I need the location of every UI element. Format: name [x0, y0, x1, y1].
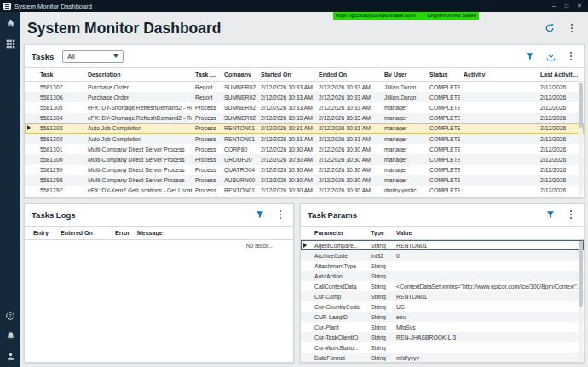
cell-parameter: AttachmentType — [311, 263, 367, 269]
cell-task: 5581301 — [37, 146, 84, 152]
tasks-grid-header: Task Description Task Type Company Start… — [25, 67, 584, 82]
cell-last_activity: 2/12/2026 — [537, 115, 584, 121]
cell-task_type: Process — [192, 187, 221, 193]
column-message[interactable]: Message — [134, 230, 293, 236]
cell-type: Int32 — [367, 253, 393, 259]
cell-task: 5581302 — [37, 136, 84, 142]
column-started-on[interactable]: Started On — [257, 72, 315, 77]
cell-company: QUATRO04 — [221, 167, 257, 173]
download-icon[interactable] — [545, 50, 556, 62]
filter-icon[interactable] — [524, 50, 536, 62]
filter-icon[interactable] — [545, 209, 556, 221]
notifications-bell-icon[interactable] — [5, 330, 16, 341]
column-entry[interactable]: Entry — [30, 230, 57, 236]
column-ended-on[interactable]: Ended On — [315, 72, 381, 77]
maximize-button[interactable]: □ — [562, 0, 572, 12]
column-task-type[interactable]: Task Type — [192, 72, 221, 77]
tasks-panel-toolbar — [524, 50, 577, 62]
table-row[interactable]: Cur-CompStringRENTON01 — [301, 291, 584, 301]
cell-task_type: Report — [192, 95, 221, 100]
cell-by_user: manager — [381, 115, 426, 121]
table-row[interactable]: AutoActionString — [301, 271, 584, 281]
home-icon[interactable] — [5, 18, 16, 29]
table-row[interactable]: Cur-WorkStatio...String — [301, 342, 584, 353]
cell-ended_on: 2/12/2026 10:31 AM — [315, 125, 381, 131]
cell-description: eFX: DY-Shortage.RefreshDemand2 - Refres… — [84, 115, 192, 121]
cell-company: AUBURN00 — [221, 177, 257, 183]
cell-task_type: Process — [192, 177, 221, 183]
cell-ended_on: 2/12/2026 10:30 AM — [315, 177, 381, 183]
table-row[interactable]: CUR-LangIDStringenu — [301, 312, 584, 322]
column-task[interactable]: Task — [37, 72, 84, 77]
table-row[interactable]: Cur-PlantStringMfgSys — [301, 322, 584, 332]
panel-menu-icon[interactable] — [565, 209, 577, 221]
cell-last_activity: 2/12/2026 — [537, 167, 584, 173]
table-row[interactable]: 5581301Multi-Company Direct Server Proce… — [25, 144, 584, 154]
cell-started_on: 2/12/2026 10:33 AM — [257, 105, 315, 111]
table-row[interactable]: 5581297eFX: DY-Xem2.GetLocations - Get L… — [25, 186, 584, 196]
cell-value: <ContextDataSet xmlns="http://www.epicor… — [393, 284, 584, 290]
table-row[interactable]: 5581305eFX: DY-Shortage.RefreshDemand2 -… — [25, 102, 584, 112]
column-type[interactable]: Type — [367, 230, 393, 236]
table-row[interactable]: Cur-TaskClientIDStringREN-JHASBROOK-L 3 — [301, 332, 584, 342]
tasks-vertical-scrollbar[interactable] — [579, 83, 583, 195]
table-row[interactable]: 5581303Auto Job CompletionProcessRENTON0… — [25, 123, 584, 134]
profile-icon[interactable] — [5, 351, 16, 362]
params-vertical-scrollbar[interactable] — [579, 241, 583, 360]
cell-type: String — [367, 335, 393, 341]
cell-description: eFX: DY-Shortage.RefreshDemand2 - Refres… — [84, 105, 192, 111]
panel-menu-icon[interactable] — [565, 50, 577, 62]
table-row[interactable]: 5581306Purchase OrderReportSUMNER022/12/… — [25, 92, 584, 102]
cell-task: 5581297 — [37, 187, 84, 193]
cell-description: Multi-Company Direct Server Process — [84, 157, 192, 163]
apps-grid-icon[interactable] — [5, 38, 16, 49]
table-row[interactable]: DateFormatStringm/d/yyyy — [301, 353, 584, 362]
panel-menu-icon[interactable] — [274, 209, 286, 221]
column-status[interactable]: Status — [426, 72, 460, 77]
table-row[interactable]: 5581299Multi-Company Direct Server Proce… — [25, 165, 584, 175]
table-row[interactable]: 5581302Auto Job CompletionProcessRENTON0… — [25, 134, 584, 144]
cell-value: MfgSys — [393, 324, 584, 330]
cell-parameter: CallContextData — [311, 284, 367, 290]
table-row[interactable]: ArchiveCodeInt320 — [301, 250, 584, 261]
column-parameter[interactable]: Parameter — [311, 230, 367, 236]
column-description[interactable]: Description — [84, 72, 192, 77]
cell-description: Multi-Company Direct Server Process — [84, 167, 192, 173]
cell-by_user: manager — [381, 136, 426, 142]
main-content: https://gccstapp09.epicorsaas.com/ Engli… — [20, 12, 588, 367]
cell-last_activity: 2/12/2026 — [537, 125, 584, 131]
cell-by_user: manager — [381, 177, 426, 183]
cell-last_activity: 2/12/2026 — [537, 105, 584, 111]
page-overflow-menu-icon[interactable] — [566, 22, 578, 34]
cell-parameter: DateFormat — [311, 355, 367, 361]
column-entered-on[interactable]: Entered On — [57, 230, 112, 236]
filter-icon[interactable] — [254, 209, 266, 221]
cell-parameter: CUR-LangID — [311, 314, 367, 320]
column-company[interactable]: Company — [221, 72, 257, 77]
cell-status: COMPLETE — [426, 105, 460, 111]
column-activity[interactable]: Activity — [460, 72, 537, 77]
table-row[interactable]: 5581298Multi-Company Direct Server Proce… — [25, 175, 584, 186]
help-icon[interactable]: ? — [5, 310, 16, 321]
table-row[interactable]: AttachmentTypeString — [301, 261, 584, 271]
tasks-filter-dropdown[interactable]: All — [62, 50, 124, 63]
table-row[interactable]: 5581304eFX: DY-Shortage.RefreshDemand2 -… — [25, 113, 584, 123]
table-row[interactable]: CallContextDataString<ContextDataSet xml… — [301, 281, 584, 291]
table-row[interactable]: Cur-CountryCodeStringUS — [301, 301, 584, 312]
table-row[interactable]: 5581300Multi-Company Direct Server Proce… — [25, 154, 584, 164]
cell-task: 5581298 — [37, 177, 84, 183]
refresh-icon[interactable] — [544, 22, 556, 34]
column-by-user[interactable]: By User — [381, 72, 426, 77]
cell-value: RENTON01 — [393, 294, 584, 300]
close-button[interactable]: ✕ — [574, 0, 585, 12]
table-row[interactable]: 5581307Purchase OrderReportSUMNER022/12/… — [25, 82, 584, 92]
row-marker — [25, 125, 37, 131]
tasks-logs-header: Tasks Logs — [25, 204, 293, 226]
column-value[interactable]: Value — [393, 230, 584, 236]
column-last-activity[interactable]: Last Activity On — [537, 72, 584, 77]
cell-started_on: 2/12/2026 10:31 AM — [257, 125, 315, 131]
column-error[interactable]: Error — [112, 230, 134, 236]
cell-parameter: Cur-WorkStatio... — [311, 345, 367, 351]
table-row[interactable]: AgentCompare...StringRENTON01 — [301, 240, 584, 250]
minimize-button[interactable]: – — [549, 0, 559, 12]
